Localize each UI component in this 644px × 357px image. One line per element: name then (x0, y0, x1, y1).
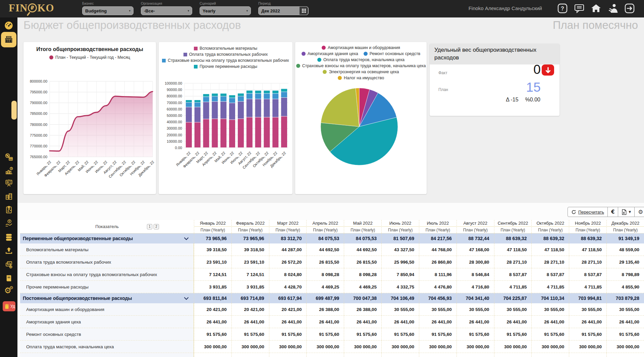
value-cell[interactable] (569, 353, 606, 357)
value-cell[interactable]: 26 441,00 (194, 316, 231, 328)
value-cell[interactable]: 26 860,80 (419, 256, 457, 268)
value-cell[interactable]: 47 118,50 (569, 243, 606, 256)
delete-button[interactable]: Уд (3, 301, 15, 311)
value-cell[interactable]: 88 732,44 (457, 233, 494, 243)
sidebar-item-budget-active[interactable] (1, 32, 16, 47)
value-cell[interactable]: 84 075,53 (344, 233, 381, 243)
value-cell[interactable]: 91 575,60 (231, 328, 269, 340)
value-cell[interactable]: 4 711,85 (494, 281, 532, 293)
value-cell[interactable]: 26 441,00 (231, 316, 269, 328)
upload-icon[interactable] (0, 246, 17, 255)
value-cell[interactable]: 699 487,99 (306, 293, 344, 303)
recalculate-button[interactable]: Пересчитать (568, 207, 607, 217)
value-cell[interactable]: 300 000,00 (381, 341, 419, 353)
value-cell[interactable]: 3 931,85 (194, 281, 231, 293)
value-cell[interactable]: 30 555,00 (569, 303, 606, 315)
value-cell[interactable] (457, 353, 494, 357)
value-cell[interactable] (381, 353, 419, 357)
value-cell[interactable]: 300 000,00 (457, 341, 494, 353)
value-cell[interactable]: 23 591,10 (231, 256, 269, 268)
group-row-label[interactable]: Постоянные общепроизводственные расходы (20, 293, 194, 303)
value-cell[interactable]: 8 546,84 (457, 268, 494, 280)
chevron-down-icon[interactable] (184, 296, 189, 301)
value-cell[interactable]: 26 572,20 (269, 256, 307, 268)
value-cell[interactable]: 28 271,10 (569, 256, 606, 268)
value-cell[interactable]: 44 287,00 (269, 243, 307, 256)
value-cell[interactable]: 704 106,49 (381, 293, 419, 303)
value-cell[interactable]: 43 327,50 (381, 243, 419, 256)
buildings-icon[interactable] (0, 192, 17, 201)
messages-button[interactable] (574, 3, 585, 14)
value-cell[interactable]: 26 815,50 (306, 256, 344, 268)
value-cell[interactable]: 8 098,28 (306, 268, 344, 280)
value-cell[interactable]: 26 815,50 (344, 256, 381, 268)
value-cell[interactable]: 84 075,53 (306, 233, 344, 243)
value-cell[interactable]: 91 575,60 (457, 328, 494, 340)
value-cell[interactable]: 88 639,32 (494, 233, 532, 243)
value-cell[interactable]: 26 441,00 (606, 316, 644, 328)
help-button[interactable]: ? (557, 3, 568, 14)
value-cell[interactable]: 4 476,80 (419, 281, 457, 293)
value-cell[interactable]: 91 575,60 (306, 328, 344, 340)
value-cell[interactable]: 91 575,60 (419, 328, 457, 340)
value-cell[interactable] (494, 353, 532, 357)
presentation-icon[interactable] (0, 178, 17, 187)
value-cell[interactable]: 44 692,50 (344, 243, 381, 256)
value-cell[interactable]: 300 000,00 (194, 341, 231, 353)
value-cell[interactable]: 700 047,38 (344, 293, 381, 303)
value-cell[interactable]: 300 000,00 (569, 341, 606, 353)
value-cell[interactable]: 4 469,25 (344, 281, 381, 293)
value-cell[interactable]: 703 879,28 (606, 293, 644, 303)
scenario-select[interactable]: Yearly▾ (200, 6, 251, 15)
chevron-down-icon[interactable] (184, 236, 189, 241)
value-cell[interactable]: 7 124,51 (194, 268, 231, 280)
value-cell[interactable]: 300 000,00 (419, 341, 457, 353)
value-cell[interactable] (531, 353, 569, 357)
value-cell[interactable]: 704 110,34 (531, 293, 569, 303)
business-select[interactable]: Budgeting▾ (82, 6, 133, 15)
value-cell[interactable]: 23 591,10 (194, 256, 231, 268)
finoko-logo[interactable]: FIN₽KO (9, 2, 54, 14)
copy-cards-icon[interactable] (0, 260, 17, 269)
value-cell[interactable]: 47 168,00 (457, 243, 494, 256)
level-toggle-1[interactable]: 1 (147, 224, 152, 229)
value-cell[interactable]: 26 441,00 (494, 316, 532, 328)
value-cell[interactable]: 44 692,50 (306, 243, 344, 256)
value-cell[interactable]: 26 441,00 (457, 316, 494, 328)
value-cell[interactable]: 30 555,00 (494, 303, 532, 315)
value-cell[interactable]: 300 000,00 (231, 341, 269, 353)
value-cell[interactable] (306, 353, 344, 357)
group-row-label[interactable]: Переменные общепроизводственные расходы (20, 233, 194, 243)
value-cell[interactable]: 20 421,00 (269, 303, 307, 315)
value-cell[interactable]: 91 575,60 (494, 328, 532, 340)
value-cell[interactable]: 8 537,87 (531, 268, 569, 280)
value-cell[interactable]: 26 441,00 (306, 316, 344, 328)
value-cell[interactable]: 39 318,50 (194, 243, 231, 256)
value-cell[interactable] (419, 353, 457, 357)
value-cell[interactable]: 30 555,00 (419, 303, 457, 315)
value-cell[interactable]: 91 349,19 (606, 233, 644, 243)
value-cell[interactable]: 91 575,60 (531, 328, 569, 340)
value-cell[interactable]: 4 428,70 (269, 281, 307, 293)
sidebar-expand-handle[interactable] (11, 101, 17, 120)
value-cell[interactable]: 26 388,00 (306, 303, 344, 315)
value-cell[interactable]: 7 124,51 (231, 268, 269, 280)
value-cell[interactable]: 91 575,60 (344, 328, 381, 340)
currency-button[interactable]: € (607, 207, 618, 217)
value-cell[interactable]: 703 994,81 (569, 293, 606, 303)
organization-select[interactable]: -Все-▾ (141, 6, 192, 15)
value-cell[interactable] (231, 353, 269, 357)
value-cell[interactable]: 300 000,00 (306, 341, 344, 353)
period-input[interactable]: Дек 2022 (258, 6, 309, 15)
value-cell[interactable]: 8 024,80 (269, 268, 307, 280)
value-cell[interactable]: 300 000,00 (269, 341, 307, 353)
value-cell[interactable]: 26 441,00 (381, 316, 419, 328)
value-cell[interactable]: 8 098,28 (344, 268, 381, 280)
value-cell[interactable]: 44 768,00 (419, 243, 457, 256)
value-cell[interactable]: 25 996,50 (381, 256, 419, 268)
value-cell[interactable]: 83 312,70 (269, 233, 307, 243)
value-cell[interactable]: 26 441,00 (344, 316, 381, 328)
value-cell[interactable]: 704 225,87 (494, 293, 532, 303)
home-button[interactable] (590, 3, 602, 14)
value-cell[interactable]: 91 575,60 (269, 328, 307, 340)
